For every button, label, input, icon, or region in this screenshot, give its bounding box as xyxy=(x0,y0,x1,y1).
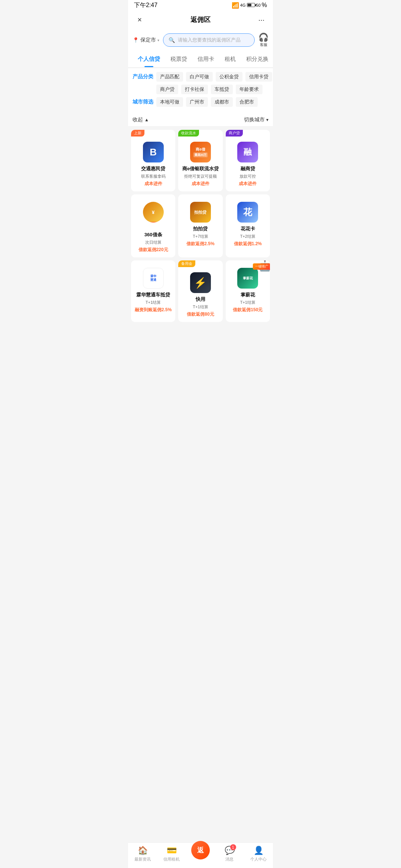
city-filter-row: 城市筛选 本地可做 广州市 成都市 合肥市 xyxy=(133,97,268,107)
product-sub-9: T+1结算 xyxy=(240,300,255,305)
search-icon: 🔍 xyxy=(169,37,175,43)
product-filter-row2: 商户贷 打卡社保 车抵贷 年龄要求 xyxy=(133,85,268,94)
product-logo-huahua: 花 xyxy=(237,202,258,223)
badge-reserve: 备用金 xyxy=(178,260,195,267)
status-icons: 📶 4G 50% xyxy=(232,2,267,9)
product-sub-2: 拒绝可复议可提额 xyxy=(184,174,217,179)
tab-personal-loan[interactable]: 个人信贷 xyxy=(133,51,165,67)
product-card-huahua[interactable]: 花 花花卡 T+2结算 借款返佣1.2% xyxy=(226,194,270,257)
search-area: 📍 保定市 ▾ 🔍 请输入您要查找的返佣区产品 🎧 客服 xyxy=(128,29,273,51)
product-name-5: 拍拍贷 xyxy=(193,226,208,232)
battery-icon xyxy=(247,2,255,9)
product-sub-8: T+1结算 xyxy=(193,304,208,310)
product-rebate-9: 借款返佣150元 xyxy=(233,307,263,313)
product-logo-360: ¥ 免息 最长30天 xyxy=(143,202,164,223)
product-card-zhangxin[interactable]: 一键推广 🤖 掌薪花 掌薪花 T+1结算 借款返佣150元 xyxy=(226,260,270,322)
product-logo-shangeborrow: 商e借 最高30万 xyxy=(190,142,211,162)
more-button[interactable]: ··· xyxy=(256,16,267,24)
collapse-label: 收起 xyxy=(133,116,143,123)
product-rebate-5: 借款返佣2.5% xyxy=(186,241,214,247)
product-card-360[interactable]: ¥ 免息 最长30天 360借条 次日结算 借款返佣220元 xyxy=(131,194,175,257)
product-sub-1: 联系客服拿码 xyxy=(141,174,166,179)
product-logo-jiaotong: B xyxy=(143,142,164,162)
product-sub-5: T+7结算 xyxy=(193,234,208,239)
product-name-1: 交通惠民贷 xyxy=(141,165,165,172)
filter-merchant-loan[interactable]: 商户贷 xyxy=(156,85,178,94)
product-name-9: 掌薪花 xyxy=(241,292,255,298)
collapse-button[interactable]: 收起 ▲ xyxy=(133,116,149,123)
product-name-8: 快用 xyxy=(196,296,205,303)
filter-hefei[interactable]: 合肥市 xyxy=(236,97,258,107)
tab-tax-loan[interactable]: 税票贷 xyxy=(165,51,192,67)
collapse-row: 收起 ▲ 切换城市 ▾ xyxy=(128,114,273,126)
product-filter-label: 产品分类 xyxy=(133,73,153,80)
filter-local[interactable]: 本地可做 xyxy=(156,97,183,107)
status-bar: 下午2:47 📶 4G 50% xyxy=(128,0,273,10)
city-filter-label: 城市筛选 xyxy=(133,99,153,105)
product-grid: 上新 B 交通惠民贷 联系客服拿码 成本进件 收款流水 商e借 最高30万 商e… xyxy=(128,126,273,352)
chevron-down-icon: ▾ xyxy=(266,117,268,122)
product-name-4: 360借条 xyxy=(144,231,162,238)
search-input[interactable]: 🔍 请输入您要查找的返佣区产品 xyxy=(163,33,255,47)
filter-section: 产品分类 产品匹配 白户可做 公积金贷 信用卡贷 商户贷 打卡社保 车抵贷 年龄… xyxy=(128,68,273,114)
product-card-linhua[interactable]: 霖华慧通 霖华慧通车抵贷 T+1结算 融资到账返佣2.5% xyxy=(131,260,175,322)
filter-product-match[interactable]: 产品匹配 xyxy=(156,72,183,82)
badge-flow: 收款流水 xyxy=(178,130,199,137)
search-placeholder: 请输入您要查找的返佣区产品 xyxy=(178,37,241,43)
location-text: 保定市 xyxy=(140,37,156,43)
product-card-kuaiyong[interactable]: 备用金 ⚡ 快用 T+1结算 借款返佣80元 xyxy=(178,260,222,322)
product-rebate-8: 借款返佣80元 xyxy=(187,311,214,318)
product-rebate-4: 借款返佣220元 xyxy=(138,247,168,253)
customer-service-button[interactable]: 🎧 客服 xyxy=(258,33,268,47)
filter-social-security[interactable]: 打卡社保 xyxy=(181,85,208,94)
product-logo-paipai: 拍拍贷 xyxy=(190,202,211,223)
tab-rental[interactable]: 租机 xyxy=(219,51,241,67)
cs-label: 客服 xyxy=(260,42,267,47)
signal-icon: 📶 xyxy=(232,2,239,9)
badge-new: 上新 xyxy=(131,130,144,137)
product-card-jiaotong[interactable]: 上新 B 交通惠民贷 联系客服拿码 成本进件 xyxy=(131,130,175,191)
header: × 返佣区 ··· xyxy=(128,10,273,29)
product-filter-row: 产品分类 产品匹配 白户可做 公积金贷 信用卡贷 xyxy=(133,72,268,82)
product-rebate-7: 融资到账返佣2.5% xyxy=(135,307,172,313)
product-sub-7: T+1结算 xyxy=(146,300,161,305)
headset-icon: 🎧 xyxy=(258,33,268,42)
location-button[interactable]: 📍 保定市 ▾ xyxy=(133,37,159,43)
filter-chengdu[interactable]: 成都市 xyxy=(211,97,233,107)
product-name-7: 霖华慧通车抵贷 xyxy=(136,292,170,298)
product-sub-3: 放款可控 xyxy=(239,174,256,179)
badge-merchant: 商户贷 xyxy=(226,130,243,137)
product-rebate-6: 借款返佣1.2% xyxy=(234,241,262,247)
filter-provident-fund[interactable]: 公积金贷 xyxy=(216,72,242,82)
product-sub-4: 次日结算 xyxy=(145,240,162,245)
product-sub-6: T+2结算 xyxy=(240,234,255,239)
product-name-2: 商e借银联流水贷 xyxy=(182,165,219,172)
switch-city-button[interactable]: 切换城市 ▾ xyxy=(244,116,268,123)
filter-guangzhou[interactable]: 广州市 xyxy=(186,97,208,107)
filter-age[interactable]: 年龄要求 xyxy=(236,85,263,94)
product-logo-linhua: 霖华慧通 xyxy=(143,268,164,289)
page-title: 返佣区 xyxy=(145,15,256,24)
chevron-up-icon: ▲ xyxy=(144,117,149,122)
product-card-paipai[interactable]: 拍拍贷 拍拍贷 T+7结算 借款返佣2.5% xyxy=(178,194,222,257)
filter-credit-card-loan[interactable]: 信用卡贷 xyxy=(245,72,272,82)
promote-badge: 一键推广 xyxy=(253,263,270,270)
product-logo-rongshang: 融 xyxy=(237,142,258,162)
product-rebate-1: 成本进件 xyxy=(144,181,162,187)
product-rebate-3: 成本进件 xyxy=(239,181,257,187)
battery-percent: 50 xyxy=(256,3,261,7)
chevron-down-icon: ▾ xyxy=(157,38,159,42)
product-name-3: 融商贷 xyxy=(241,165,255,172)
product-name-6: 花花卡 xyxy=(241,226,255,232)
tab-points[interactable]: 积分兑换 xyxy=(241,51,273,67)
product-card-rongshang[interactable]: 商户贷 融 融商贷 放款可控 成本进件 xyxy=(226,130,270,191)
tabs-bar: 个人信贷 税票贷 信用卡 租机 积分兑换 xyxy=(128,51,273,68)
filter-car-loan[interactable]: 车抵贷 xyxy=(211,85,233,94)
close-button[interactable]: × xyxy=(134,16,145,24)
tab-credit-card[interactable]: 信用卡 xyxy=(192,51,219,67)
product-card-shangeborrow[interactable]: 收款流水 商e借 最高30万 商e借银联流水贷 拒绝可复议可提额 成本进件 xyxy=(178,130,222,191)
wifi-icon: 4G xyxy=(240,3,246,7)
filter-white-user[interactable]: 白户可做 xyxy=(186,72,213,82)
product-logo-kuaiyong: ⚡ xyxy=(190,272,211,293)
status-time: 下午2:47 xyxy=(134,1,157,9)
